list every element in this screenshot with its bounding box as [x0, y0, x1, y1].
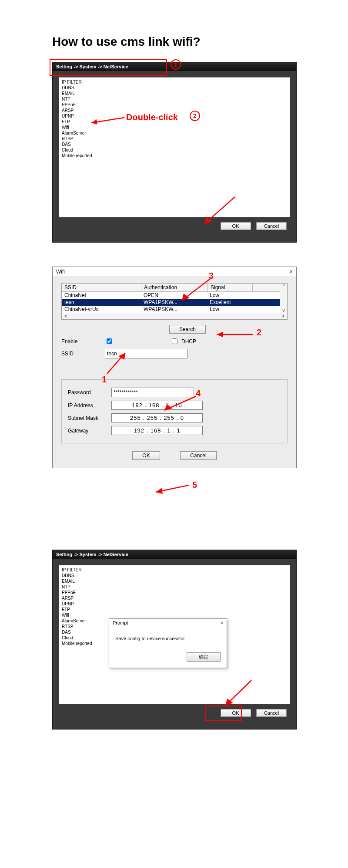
prompt-title: Prompt	[113, 620, 128, 625]
netservice-window: Setting -> System -> NetService IP FILTE…	[52, 62, 297, 243]
list-item[interactable]: EMAIL	[62, 91, 287, 96]
wifi-network-table[interactable]: SSID Authentication Signal ChinaNet OPEN…	[61, 283, 288, 320]
table-row[interactable]: ChinaNet-vrUc WPA1PSKW... Low	[62, 306, 280, 313]
ip-input[interactable]: 192 . 168 . 1 . 10	[111, 401, 203, 410]
mask-input[interactable]: 255 . 255 . 255 . 0	[111, 413, 203, 422]
cancel-button[interactable]: Cancel	[256, 709, 287, 717]
ok-button[interactable]: OK	[221, 222, 251, 230]
col-ssid[interactable]: SSID	[62, 284, 141, 291]
scroll-down-icon[interactable]: v	[280, 308, 287, 313]
cancel-button[interactable]: Cancel	[180, 451, 216, 460]
col-sig[interactable]: Signal	[208, 284, 253, 291]
list-item[interactable]: ARSP	[62, 108, 287, 113]
col-auth[interactable]: Authentication	[141, 284, 208, 291]
gateway-label: Gateway	[68, 428, 111, 434]
list-item[interactable]: PPPoE	[62, 590, 287, 595]
arrow-icon	[152, 483, 191, 495]
list-item[interactable]: ARSP	[62, 595, 287, 601]
password-input[interactable]	[111, 388, 194, 397]
svg-line-12	[156, 485, 189, 492]
list-item[interactable]: UPNP	[62, 601, 287, 607]
close-icon[interactable]: ×	[290, 269, 293, 275]
enable-label: Enable	[61, 338, 105, 344]
list-item[interactable]: IP FILTER	[62, 79, 287, 85]
gateway-input[interactable]: 192 . 168 . 1 . 1	[111, 426, 203, 435]
ssid-label: SSID	[61, 351, 105, 357]
service-listbox[interactable]: IP FILTER DDNS EMAIL NTP PPPoE ARSP UPNP…	[59, 77, 290, 217]
scroll-up-icon[interactable]: ^	[280, 284, 287, 288]
list-item[interactable]: Mobile reported	[62, 153, 287, 159]
list-item[interactable]: DDNS	[62, 85, 287, 91]
ssid-input[interactable]	[105, 349, 187, 358]
cancel-button[interactable]: Cancel	[256, 222, 287, 230]
prompt-ok-button[interactable]: 确定	[187, 652, 221, 662]
breadcrumb: Setting -> System -> NetService	[53, 550, 296, 559]
dhcp-checkbox[interactable]	[172, 338, 177, 344]
list-item[interactable]: FTP	[62, 119, 287, 125]
list-item[interactable]: Cloud	[62, 147, 287, 153]
list-item[interactable]: NTP	[62, 584, 287, 590]
list-item-wifi[interactable]: Wifi	[62, 125, 287, 130]
list-item[interactable]: DDNS	[62, 573, 287, 578]
list-item[interactable]: EMAIL	[62, 578, 287, 584]
list-item[interactable]: PPPoE	[62, 102, 287, 108]
scroll-left-icon[interactable]: <	[64, 313, 67, 319]
list-item[interactable]: RTSP	[62, 136, 287, 142]
ip-label: IP Address	[68, 402, 111, 409]
wifi-dialog: Wifi × SSID Authentication Signal C	[52, 267, 297, 468]
list-item[interactable]: UPNP	[62, 113, 287, 119]
list-item[interactable]: FTP	[62, 607, 287, 612]
ok-button[interactable]: OK	[221, 709, 251, 717]
dialog-title: Wifi	[56, 269, 65, 275]
table-row-selected[interactable]: tesn WPA1PSKW... Excellent	[62, 299, 280, 306]
page-title: How to use cms link wifi?	[52, 35, 348, 49]
list-item[interactable]: AlarmServer	[62, 130, 287, 136]
search-button[interactable]: Search	[169, 325, 206, 334]
enable-checkbox[interactable]	[107, 338, 112, 344]
breadcrumb: Setting -> System -> NetService	[53, 62, 296, 71]
list-item[interactable]: NTP	[62, 96, 287, 102]
prompt-message: Save config to device successful	[115, 636, 221, 641]
close-icon[interactable]: ×	[221, 620, 223, 625]
dhcp-label: DHCP	[181, 338, 196, 344]
mask-label: Subnet Mask	[68, 415, 111, 421]
list-item[interactable]: DAS	[62, 142, 287, 147]
prompt-dialog: Prompt × Save config to device successfu…	[109, 618, 227, 668]
ok-button[interactable]: OK	[132, 451, 160, 460]
list-item[interactable]: IP FILTER	[62, 567, 287, 573]
annotation-num-5: 5	[192, 480, 197, 490]
password-label: Password	[68, 389, 111, 395]
table-row[interactable]: ChinaNet OPEN Low	[62, 292, 280, 299]
svg-marker-13	[156, 488, 163, 494]
list-item[interactable]: Wifi	[62, 612, 287, 618]
scroll-right-icon[interactable]: >	[281, 313, 284, 319]
